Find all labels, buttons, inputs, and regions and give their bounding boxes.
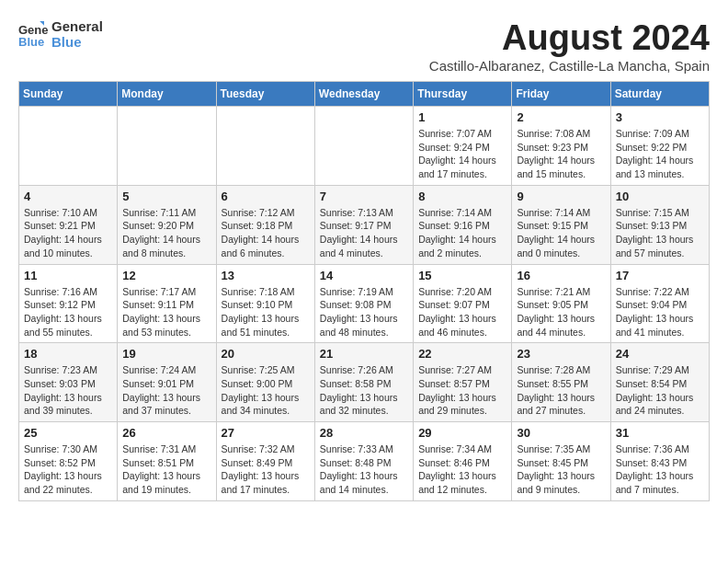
day-info: Sunrise: 7:32 AM Sunset: 8:49 PM Dayligh… [222, 442, 310, 497]
day-number: 25 [24, 426, 112, 440]
week-row-3: 11Sunrise: 7:16 AM Sunset: 9:12 PM Dayli… [19, 264, 710, 343]
title-area: August 2024 Castillo-Albaranez, Castille… [429, 18, 710, 74]
day-number: 19 [122, 347, 210, 361]
day-number: 2 [517, 110, 605, 124]
location: Castillo-Albaranez, Castille-La Mancha, … [429, 58, 710, 74]
week-row-2: 4Sunrise: 7:10 AM Sunset: 9:21 PM Daylig… [19, 185, 710, 264]
day-number: 14 [320, 269, 408, 282]
day-info: Sunrise: 7:14 AM Sunset: 9:16 PM Dayligh… [418, 206, 506, 260]
day-info: Sunrise: 7:10 AM Sunset: 9:21 PM Dayligh… [24, 206, 112, 260]
day-cell [118, 107, 216, 186]
day-number: 11 [24, 269, 112, 282]
day-header-monday: Monday [118, 82, 216, 107]
day-number: 7 [320, 190, 408, 203]
calendar: SundayMondayTuesdayWednesdayThursdayFrid… [18, 81, 710, 501]
day-header-sunday: Sunday [19, 82, 118, 107]
logo-line2: Blue [51, 34, 103, 50]
day-number: 31 [616, 426, 704, 440]
day-number: 21 [320, 347, 408, 361]
day-info: Sunrise: 7:17 AM Sunset: 9:11 PM Dayligh… [122, 285, 210, 339]
day-number: 28 [320, 426, 408, 440]
day-number: 30 [517, 426, 605, 440]
day-number: 24 [616, 347, 704, 361]
week-row-5: 25Sunrise: 7:30 AM Sunset: 8:52 PM Dayli… [19, 422, 710, 501]
day-cell: 4Sunrise: 7:10 AM Sunset: 9:21 PM Daylig… [19, 185, 118, 264]
day-header-tuesday: Tuesday [216, 82, 314, 107]
day-info: Sunrise: 7:27 AM Sunset: 8:57 PM Dayligh… [418, 363, 506, 418]
day-cell: 8Sunrise: 7:14 AM Sunset: 9:16 PM Daylig… [414, 185, 512, 264]
day-info: Sunrise: 7:26 AM Sunset: 8:58 PM Dayligh… [320, 363, 408, 418]
day-number: 12 [122, 269, 210, 282]
day-cell: 23Sunrise: 7:28 AM Sunset: 8:55 PM Dayli… [512, 343, 610, 422]
day-info: Sunrise: 7:11 AM Sunset: 9:20 PM Dayligh… [122, 206, 210, 260]
day-cell: 31Sunrise: 7:36 AM Sunset: 8:43 PM Dayli… [610, 422, 709, 501]
logo-line1: General [51, 18, 103, 34]
day-cell: 12Sunrise: 7:17 AM Sunset: 9:11 PM Dayli… [118, 264, 216, 343]
day-header-saturday: Saturday [610, 82, 709, 107]
day-cell: 1Sunrise: 7:07 AM Sunset: 9:24 PM Daylig… [414, 107, 512, 186]
day-number: 22 [418, 347, 506, 361]
day-cell: 5Sunrise: 7:11 AM Sunset: 9:20 PM Daylig… [118, 185, 216, 264]
day-info: Sunrise: 7:31 AM Sunset: 8:51 PM Dayligh… [122, 442, 210, 497]
day-number: 26 [122, 426, 210, 440]
day-cell: 15Sunrise: 7:20 AM Sunset: 9:07 PM Dayli… [414, 264, 512, 343]
day-number: 20 [222, 347, 310, 361]
day-cell: 2Sunrise: 7:08 AM Sunset: 9:23 PM Daylig… [512, 107, 610, 186]
day-number: 15 [418, 269, 506, 282]
day-info: Sunrise: 7:33 AM Sunset: 8:48 PM Dayligh… [320, 442, 408, 497]
day-number: 29 [418, 426, 506, 440]
day-info: Sunrise: 7:09 AM Sunset: 9:22 PM Dayligh… [616, 127, 704, 181]
day-number: 3 [616, 110, 704, 124]
day-number: 4 [24, 190, 112, 203]
day-cell: 10Sunrise: 7:15 AM Sunset: 9:13 PM Dayli… [610, 185, 709, 264]
day-info: Sunrise: 7:13 AM Sunset: 9:17 PM Dayligh… [320, 206, 408, 260]
day-cell: 21Sunrise: 7:26 AM Sunset: 8:58 PM Dayli… [314, 343, 413, 422]
day-cell: 13Sunrise: 7:18 AM Sunset: 9:10 PM Dayli… [216, 264, 314, 343]
month-title: August 2024 [429, 18, 710, 58]
day-cell: 20Sunrise: 7:25 AM Sunset: 9:00 PM Dayli… [216, 343, 314, 422]
day-number: 5 [122, 190, 210, 203]
day-cell [216, 107, 314, 186]
day-info: Sunrise: 7:35 AM Sunset: 8:45 PM Dayligh… [517, 442, 605, 497]
day-number: 16 [517, 269, 605, 282]
day-number: 18 [24, 347, 112, 361]
week-row-1: 1Sunrise: 7:07 AM Sunset: 9:24 PM Daylig… [19, 107, 710, 186]
svg-text:Blue: Blue [18, 35, 44, 47]
logo: General Blue General Blue [18, 18, 103, 51]
day-info: Sunrise: 7:36 AM Sunset: 8:43 PM Dayligh… [616, 442, 704, 497]
logo-icon: General Blue [18, 21, 48, 47]
day-cell: 14Sunrise: 7:19 AM Sunset: 9:08 PM Dayli… [314, 264, 413, 343]
day-info: Sunrise: 7:28 AM Sunset: 8:55 PM Dayligh… [517, 363, 605, 418]
day-cell: 22Sunrise: 7:27 AM Sunset: 8:57 PM Dayli… [414, 343, 512, 422]
day-cell: 7Sunrise: 7:13 AM Sunset: 9:17 PM Daylig… [314, 185, 413, 264]
day-number: 27 [222, 426, 310, 440]
day-info: Sunrise: 7:15 AM Sunset: 9:13 PM Dayligh… [616, 206, 704, 260]
day-info: Sunrise: 7:18 AM Sunset: 9:10 PM Dayligh… [222, 285, 310, 339]
day-number: 23 [517, 347, 605, 361]
day-header-friday: Friday [512, 82, 610, 107]
day-info: Sunrise: 7:08 AM Sunset: 9:23 PM Dayligh… [517, 127, 605, 181]
day-number: 9 [517, 190, 605, 203]
day-number: 6 [222, 190, 310, 203]
day-header-wednesday: Wednesday [314, 82, 413, 107]
day-cell: 9Sunrise: 7:14 AM Sunset: 9:15 PM Daylig… [512, 185, 610, 264]
header: General Blue General Blue August 2024 Ca… [18, 18, 710, 74]
day-cell: 28Sunrise: 7:33 AM Sunset: 8:48 PM Dayli… [314, 422, 413, 501]
day-cell: 26Sunrise: 7:31 AM Sunset: 8:51 PM Dayli… [118, 422, 216, 501]
day-cell: 29Sunrise: 7:34 AM Sunset: 8:46 PM Dayli… [414, 422, 512, 501]
day-cell: 30Sunrise: 7:35 AM Sunset: 8:45 PM Dayli… [512, 422, 610, 501]
day-cell: 6Sunrise: 7:12 AM Sunset: 9:18 PM Daylig… [216, 185, 314, 264]
day-number: 10 [616, 190, 704, 203]
day-cell: 16Sunrise: 7:21 AM Sunset: 9:05 PM Dayli… [512, 264, 610, 343]
day-info: Sunrise: 7:24 AM Sunset: 9:01 PM Dayligh… [122, 363, 210, 418]
day-info: Sunrise: 7:21 AM Sunset: 9:05 PM Dayligh… [517, 285, 605, 339]
day-info: Sunrise: 7:30 AM Sunset: 8:52 PM Dayligh… [24, 442, 112, 497]
day-cell: 11Sunrise: 7:16 AM Sunset: 9:12 PM Dayli… [19, 264, 118, 343]
day-cell: 18Sunrise: 7:23 AM Sunset: 9:03 PM Dayli… [19, 343, 118, 422]
day-header-thursday: Thursday [414, 82, 512, 107]
day-cell: 17Sunrise: 7:22 AM Sunset: 9:04 PM Dayli… [610, 264, 709, 343]
day-info: Sunrise: 7:19 AM Sunset: 9:08 PM Dayligh… [320, 285, 408, 339]
day-number: 17 [616, 269, 704, 282]
day-info: Sunrise: 7:22 AM Sunset: 9:04 PM Dayligh… [616, 285, 704, 339]
day-info: Sunrise: 7:07 AM Sunset: 9:24 PM Dayligh… [418, 127, 506, 181]
